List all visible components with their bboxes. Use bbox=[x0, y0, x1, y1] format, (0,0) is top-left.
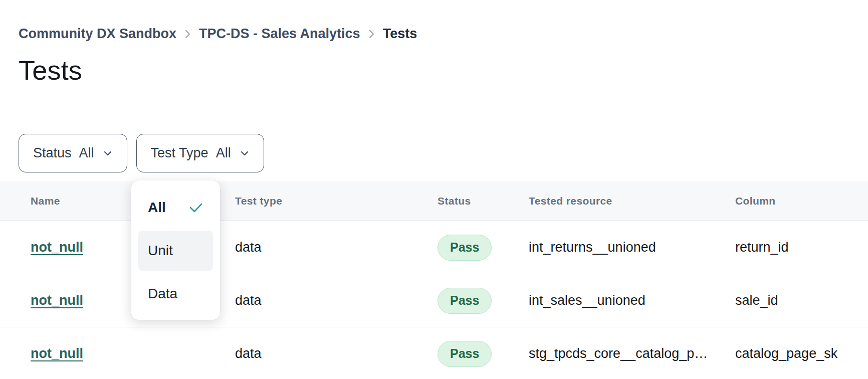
status-filter-button[interactable]: Status All bbox=[19, 134, 127, 172]
filter-bar: Status All Test Type All bbox=[19, 134, 264, 172]
check-icon bbox=[188, 202, 203, 214]
test-name-link[interactable]: not_null bbox=[31, 240, 83, 255]
dropdown-item-unit[interactable]: Unit bbox=[138, 231, 213, 271]
test-type-cell: data bbox=[235, 346, 438, 361]
dropdown-item-label: Unit bbox=[148, 243, 173, 259]
tests-table: Name Test type Status Tested resource Co… bbox=[0, 181, 868, 379]
test-type-filter-value: All bbox=[216, 145, 231, 161]
tested-resource-cell: int_returns__unioned bbox=[529, 240, 735, 255]
test-type-filter-label: Test Type bbox=[151, 145, 208, 161]
column-cell: return_id bbox=[735, 240, 868, 255]
chevron-down-icon bbox=[103, 150, 113, 157]
dropdown-item-label: Data bbox=[148, 286, 177, 302]
dropdown-item-data[interactable]: Data bbox=[138, 280, 213, 308]
tested-resource-cell: stg_tpcds_core__catalog_p… bbox=[529, 346, 735, 361]
test-type-cell: data bbox=[235, 293, 438, 308]
column-cell: sale_id bbox=[735, 293, 868, 308]
status-badge: Pass bbox=[438, 235, 492, 261]
test-name-cell: not_null bbox=[31, 346, 235, 361]
test-type-filter-button[interactable]: Test Type All bbox=[136, 134, 264, 172]
status-badge: Pass bbox=[438, 288, 492, 314]
breadcrumb: Community DX Sandbox TPC-DS - Sales Anal… bbox=[0, 0, 868, 42]
status-badge: Pass bbox=[438, 341, 492, 367]
status-filter-value: All bbox=[79, 145, 94, 161]
column-cell: catalog_page_sk bbox=[735, 346, 868, 361]
test-name-link[interactable]: not_null bbox=[31, 293, 83, 308]
dropdown-item-label: All bbox=[148, 200, 166, 216]
test-type-dropdown-menu: All Unit Data bbox=[131, 180, 220, 320]
breadcrumb-item-project[interactable]: Community DX Sandbox bbox=[19, 26, 176, 42]
breadcrumb-item-tests: Tests bbox=[383, 26, 417, 42]
test-type-cell: data bbox=[235, 240, 438, 255]
column-header-column: Column bbox=[735, 195, 868, 207]
page-title: Tests bbox=[19, 55, 868, 86]
column-header-tested-resource: Tested resource bbox=[529, 195, 735, 207]
chevron-right-icon bbox=[368, 29, 375, 40]
table-row: not_null data Pass int_sales__unioned sa… bbox=[0, 274, 868, 327]
chevron-right-icon bbox=[184, 29, 191, 40]
chevron-down-icon bbox=[240, 150, 250, 157]
column-header-test-type: Test type bbox=[235, 195, 438, 207]
dropdown-item-all[interactable]: All bbox=[138, 194, 213, 222]
test-name-link[interactable]: not_null bbox=[31, 346, 83, 361]
table-row: not_null data Pass int_returns__unioned … bbox=[0, 221, 868, 274]
table-header-row: Name Test type Status Tested resource Co… bbox=[0, 181, 868, 221]
breadcrumb-item-environment[interactable]: TPC-DS - Sales Analytics bbox=[199, 26, 360, 42]
status-filter-label: Status bbox=[33, 145, 72, 161]
column-header-status: Status bbox=[438, 195, 529, 207]
tested-resource-cell: int_sales__unioned bbox=[529, 293, 735, 308]
table-row: not_null data Pass stg_tpcds_core__catal… bbox=[0, 327, 868, 379]
